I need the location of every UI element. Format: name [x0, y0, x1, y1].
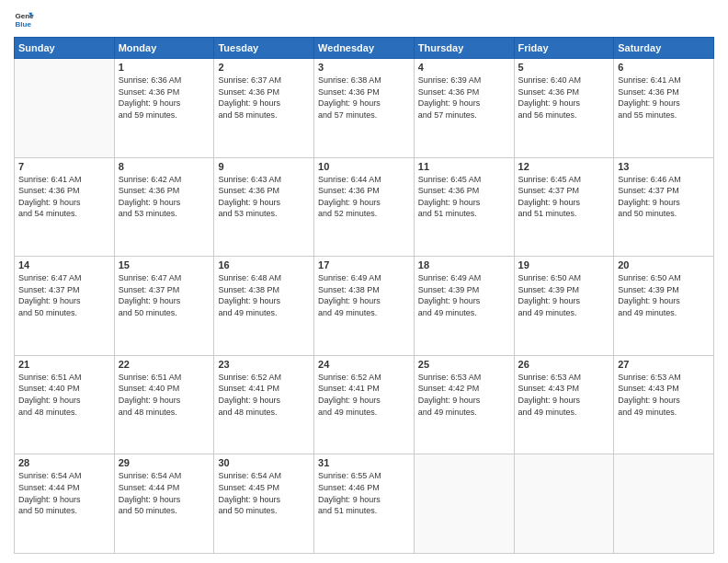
- day-info: Sunrise: 6:48 AMSunset: 4:38 PMDaylight:…: [218, 272, 310, 318]
- calendar-cell: 7Sunrise: 6:41 AMSunset: 4:36 PMDaylight…: [15, 157, 115, 257]
- calendar-cell: 12Sunrise: 6:45 AMSunset: 4:37 PMDayligh…: [514, 157, 614, 257]
- calendar-week-3: 21Sunrise: 6:51 AMSunset: 4:40 PMDayligh…: [15, 355, 714, 454]
- calendar-cell: 25Sunrise: 6:53 AMSunset: 4:42 PMDayligh…: [414, 355, 514, 454]
- calendar-cell: 5Sunrise: 6:40 AMSunset: 4:36 PMDaylight…: [514, 59, 614, 158]
- day-number: 28: [18, 457, 110, 468]
- calendar-cell: 21Sunrise: 6:51 AMSunset: 4:40 PMDayligh…: [15, 355, 115, 454]
- calendar-cell: 26Sunrise: 6:53 AMSunset: 4:43 PMDayligh…: [514, 355, 614, 454]
- calendar-cell: 16Sunrise: 6:48 AMSunset: 4:38 PMDayligh…: [214, 257, 314, 356]
- calendar-table: SundayMondayTuesdayWednesdayThursdayFrid…: [14, 37, 714, 554]
- calendar-cell: [15, 59, 115, 158]
- day-info: Sunrise: 6:54 AMSunset: 4:45 PMDaylight:…: [218, 470, 310, 516]
- day-info: Sunrise: 6:43 AMSunset: 4:36 PMDaylight:…: [218, 174, 310, 220]
- day-number: 3: [318, 62, 410, 73]
- logo: General Blue: [14, 9, 36, 29]
- calendar-cell: 2Sunrise: 6:37 AMSunset: 4:36 PMDaylight…: [214, 59, 314, 158]
- page-header: General Blue: [14, 9, 714, 29]
- day-info: Sunrise: 6:55 AMSunset: 4:46 PMDaylight:…: [318, 470, 410, 516]
- calendar-cell: 27Sunrise: 6:53 AMSunset: 4:43 PMDayligh…: [614, 355, 714, 454]
- calendar-cell: 23Sunrise: 6:52 AMSunset: 4:41 PMDayligh…: [214, 355, 314, 454]
- svg-text:Blue: Blue: [15, 20, 31, 29]
- calendar-cell: 11Sunrise: 6:45 AMSunset: 4:36 PMDayligh…: [414, 157, 514, 257]
- day-info: Sunrise: 6:45 AMSunset: 4:37 PMDaylight:…: [518, 174, 610, 220]
- day-info: Sunrise: 6:50 AMSunset: 4:39 PMDaylight:…: [618, 272, 710, 318]
- calendar-cell: 30Sunrise: 6:54 AMSunset: 4:45 PMDayligh…: [214, 454, 314, 554]
- day-number: 5: [518, 62, 610, 73]
- day-info: Sunrise: 6:53 AMSunset: 4:43 PMDaylight:…: [518, 372, 610, 418]
- logo-icon: General Blue: [14, 9, 34, 29]
- day-info: Sunrise: 6:49 AMSunset: 4:38 PMDaylight:…: [318, 272, 410, 318]
- calendar-week-1: 7Sunrise: 6:41 AMSunset: 4:36 PMDaylight…: [15, 157, 714, 257]
- calendar-header-tuesday: Tuesday: [214, 38, 314, 59]
- day-info: Sunrise: 6:51 AMSunset: 4:40 PMDaylight:…: [18, 372, 110, 418]
- day-info: Sunrise: 6:53 AMSunset: 4:42 PMDaylight:…: [418, 372, 510, 418]
- day-info: Sunrise: 6:37 AMSunset: 4:36 PMDaylight:…: [218, 75, 310, 121]
- day-number: 30: [218, 457, 310, 468]
- day-info: Sunrise: 6:54 AMSunset: 4:44 PMDaylight:…: [18, 470, 110, 516]
- day-info: Sunrise: 6:46 AMSunset: 4:37 PMDaylight:…: [618, 174, 710, 220]
- day-number: 27: [618, 359, 710, 370]
- calendar-header-friday: Friday: [514, 38, 614, 59]
- day-info: Sunrise: 6:47 AMSunset: 4:37 PMDaylight:…: [119, 272, 210, 318]
- calendar-week-4: 28Sunrise: 6:54 AMSunset: 4:44 PMDayligh…: [15, 454, 714, 554]
- day-number: 21: [18, 359, 110, 370]
- day-number: 31: [318, 457, 410, 468]
- day-number: 19: [518, 259, 610, 270]
- day-number: 15: [119, 259, 210, 270]
- day-number: 17: [318, 259, 410, 270]
- day-info: Sunrise: 6:38 AMSunset: 4:36 PMDaylight:…: [318, 75, 410, 121]
- day-info: Sunrise: 6:44 AMSunset: 4:36 PMDaylight:…: [318, 174, 410, 220]
- calendar-cell: [614, 454, 714, 554]
- day-number: 29: [119, 457, 210, 468]
- day-number: 8: [119, 161, 210, 172]
- calendar-cell: 19Sunrise: 6:50 AMSunset: 4:39 PMDayligh…: [514, 257, 614, 356]
- calendar-cell: 1Sunrise: 6:36 AMSunset: 4:36 PMDaylight…: [114, 59, 214, 158]
- day-number: 2: [218, 62, 310, 73]
- calendar-header-saturday: Saturday: [614, 38, 714, 59]
- day-info: Sunrise: 6:39 AMSunset: 4:36 PMDaylight:…: [418, 75, 510, 121]
- day-number: 22: [119, 359, 210, 370]
- day-info: Sunrise: 6:41 AMSunset: 4:36 PMDaylight:…: [18, 174, 110, 220]
- calendar-cell: 18Sunrise: 6:49 AMSunset: 4:39 PMDayligh…: [414, 257, 514, 356]
- calendar-cell: 29Sunrise: 6:54 AMSunset: 4:44 PMDayligh…: [114, 454, 214, 554]
- day-number: 7: [18, 161, 110, 172]
- day-info: Sunrise: 6:42 AMSunset: 4:36 PMDaylight:…: [119, 174, 210, 220]
- day-number: 13: [618, 161, 710, 172]
- calendar-cell: 3Sunrise: 6:38 AMSunset: 4:36 PMDaylight…: [314, 59, 415, 158]
- calendar-cell: 17Sunrise: 6:49 AMSunset: 4:38 PMDayligh…: [314, 257, 415, 356]
- day-number: 23: [218, 359, 310, 370]
- day-number: 1: [119, 62, 210, 73]
- day-info: Sunrise: 6:52 AMSunset: 4:41 PMDaylight:…: [318, 372, 410, 418]
- day-info: Sunrise: 6:49 AMSunset: 4:39 PMDaylight:…: [418, 272, 510, 318]
- calendar-header-sunday: Sunday: [15, 38, 115, 59]
- day-info: Sunrise: 6:50 AMSunset: 4:39 PMDaylight:…: [518, 272, 610, 318]
- day-number: 26: [518, 359, 610, 370]
- day-info: Sunrise: 6:53 AMSunset: 4:43 PMDaylight:…: [618, 372, 710, 418]
- calendar-cell: 24Sunrise: 6:52 AMSunset: 4:41 PMDayligh…: [314, 355, 415, 454]
- calendar-cell: 28Sunrise: 6:54 AMSunset: 4:44 PMDayligh…: [15, 454, 115, 554]
- day-number: 4: [418, 62, 510, 73]
- day-number: 9: [218, 161, 310, 172]
- calendar-cell: [514, 454, 614, 554]
- calendar-header-monday: Monday: [114, 38, 214, 59]
- day-info: Sunrise: 6:47 AMSunset: 4:37 PMDaylight:…: [18, 272, 110, 318]
- day-number: 6: [618, 62, 710, 73]
- calendar-cell: 31Sunrise: 6:55 AMSunset: 4:46 PMDayligh…: [314, 454, 415, 554]
- calendar-cell: 10Sunrise: 6:44 AMSunset: 4:36 PMDayligh…: [314, 157, 415, 257]
- calendar-cell: 22Sunrise: 6:51 AMSunset: 4:40 PMDayligh…: [114, 355, 214, 454]
- day-info: Sunrise: 6:36 AMSunset: 4:36 PMDaylight:…: [119, 75, 210, 121]
- day-number: 25: [418, 359, 510, 370]
- calendar-cell: 15Sunrise: 6:47 AMSunset: 4:37 PMDayligh…: [114, 257, 214, 356]
- day-number: 16: [218, 259, 310, 270]
- calendar-cell: [414, 454, 514, 554]
- calendar-cell: 20Sunrise: 6:50 AMSunset: 4:39 PMDayligh…: [614, 257, 714, 356]
- calendar-cell: 8Sunrise: 6:42 AMSunset: 4:36 PMDaylight…: [114, 157, 214, 257]
- day-info: Sunrise: 6:45 AMSunset: 4:36 PMDaylight:…: [418, 174, 510, 220]
- calendar-week-0: 1Sunrise: 6:36 AMSunset: 4:36 PMDaylight…: [15, 59, 714, 158]
- calendar-cell: 4Sunrise: 6:39 AMSunset: 4:36 PMDaylight…: [414, 59, 514, 158]
- day-info: Sunrise: 6:51 AMSunset: 4:40 PMDaylight:…: [119, 372, 210, 418]
- day-info: Sunrise: 6:52 AMSunset: 4:41 PMDaylight:…: [218, 372, 310, 418]
- calendar-cell: 14Sunrise: 6:47 AMSunset: 4:37 PMDayligh…: [15, 257, 115, 356]
- day-info: Sunrise: 6:54 AMSunset: 4:44 PMDaylight:…: [119, 470, 210, 516]
- calendar-cell: 9Sunrise: 6:43 AMSunset: 4:36 PMDaylight…: [214, 157, 314, 257]
